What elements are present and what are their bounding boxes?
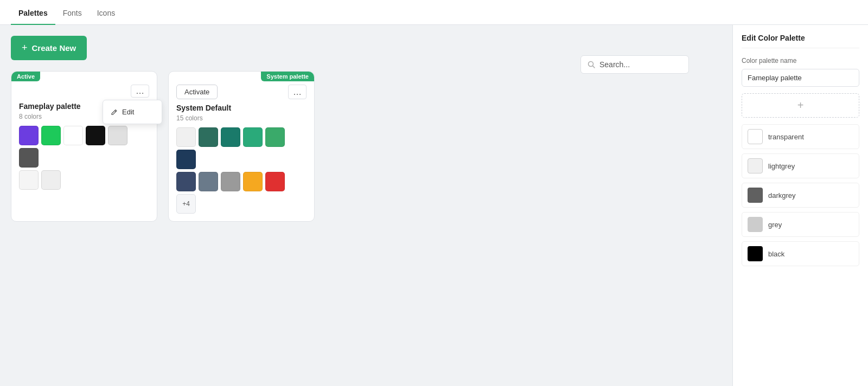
palette-name-input[interactable] (742, 69, 859, 87)
search-icon (588, 61, 595, 68)
entry-label-transparent: transparent (768, 133, 804, 141)
swatch-sys-midgrey[interactable] (221, 172, 240, 191)
card-header-system: Activate … (176, 85, 307, 99)
swatch-sys-orange[interactable] (243, 172, 263, 191)
palette-name-system: System Default (176, 104, 307, 112)
system-badge: System palette (261, 72, 314, 81)
more-button-system[interactable]: … (288, 85, 307, 99)
dropdown-menu-fameplay: Edit (103, 100, 162, 124)
swatch-sys-medgreen[interactable] (243, 127, 263, 147)
swatch-offwhite2[interactable] (41, 170, 61, 190)
search-bar (580, 55, 689, 74)
right-panel: Edit Color Palette Color palette name + … (732, 25, 868, 386)
entry-label-lightgrey: lightgrey (768, 162, 795, 170)
entry-label-darkgrey: darkgrey (768, 191, 796, 200)
color-swatches-system-row1 (176, 127, 307, 169)
swatch-black[interactable] (86, 126, 105, 145)
tab-icons[interactable]: Icons (90, 2, 123, 25)
swatch-sys-green[interactable] (265, 127, 285, 147)
swatch-sys-white[interactable] (176, 127, 196, 147)
activate-button[interactable]: Activate (176, 85, 218, 99)
create-new-button[interactable]: + Create New (11, 36, 87, 60)
entry-label-black: black (768, 250, 784, 258)
svg-line-2 (115, 111, 116, 112)
main-layout: + Create New Active … (0, 25, 868, 386)
tab-palettes[interactable]: Palettes (11, 2, 55, 25)
color-entry-lightgrey[interactable]: lightgrey (742, 153, 859, 178)
add-color-button[interactable]: + (742, 93, 859, 118)
edit-icon (111, 108, 118, 115)
more-button-fameplay[interactable]: … (131, 85, 149, 98)
swatch-sys-darkteal[interactable] (199, 127, 218, 147)
palettes-row: Active … Edit Fameplay palette 8 col (11, 71, 722, 222)
palette-count-system: 15 colors (176, 114, 307, 122)
swatch-darkgrey-entry (748, 188, 763, 203)
swatch-purple[interactable] (19, 126, 39, 145)
color-swatches-fameplay (19, 126, 149, 168)
more-count-system: +4 (176, 194, 196, 214)
entry-label-grey: grey (768, 221, 782, 229)
swatch-grey-entry (748, 217, 763, 232)
palette-card-fameplay: Active … Edit Fameplay palette 8 col (11, 71, 157, 222)
swatch-darkgrey1[interactable] (19, 148, 39, 168)
swatch-black-entry (748, 246, 763, 261)
card-header-fameplay: … (19, 85, 149, 98)
swatch-sys-teal[interactable] (221, 127, 240, 147)
swatch-offwhite1[interactable] (19, 170, 39, 190)
content-area: + Create New Active … (0, 25, 732, 386)
plus-icon: + (22, 42, 28, 54)
tab-fonts[interactable]: Fonts (55, 2, 90, 25)
create-new-label: Create New (32, 43, 76, 53)
swatch-sys-red[interactable] (265, 172, 285, 191)
top-nav: Palettes Fonts Icons (0, 0, 868, 25)
color-entry-darkgrey[interactable]: darkgrey (742, 183, 859, 208)
active-badge: Active (11, 72, 40, 81)
swatch-white1[interactable] (63, 126, 83, 145)
swatch-lightgrey1[interactable] (108, 126, 127, 145)
color-entry-black[interactable]: black (742, 241, 859, 266)
edit-label: Edit (122, 108, 134, 116)
swatch-lightgrey-entry (748, 158, 763, 173)
swatch-sys-slate[interactable] (176, 172, 196, 191)
search-wrapper (580, 55, 689, 74)
swatch-sys-greyblue[interactable] (199, 172, 218, 191)
color-swatches-system-row2: +4 (176, 172, 307, 214)
color-entry-grey[interactable]: grey (742, 212, 859, 237)
palette-name-label: Color palette name (742, 57, 859, 65)
search-input[interactable] (599, 60, 682, 69)
swatch-green[interactable] (41, 126, 61, 145)
swatch-transparent (748, 129, 763, 144)
palette-card-system: System palette Activate … System Default… (168, 71, 315, 222)
dropdown-edit[interactable]: Edit (103, 104, 162, 120)
color-swatches-fameplay-2 (19, 170, 149, 190)
svg-line-1 (593, 66, 595, 68)
panel-title: Edit Color Palette (742, 34, 859, 48)
swatch-sys-navy[interactable] (176, 150, 196, 169)
color-entry-transparent[interactable]: transparent (742, 124, 859, 149)
